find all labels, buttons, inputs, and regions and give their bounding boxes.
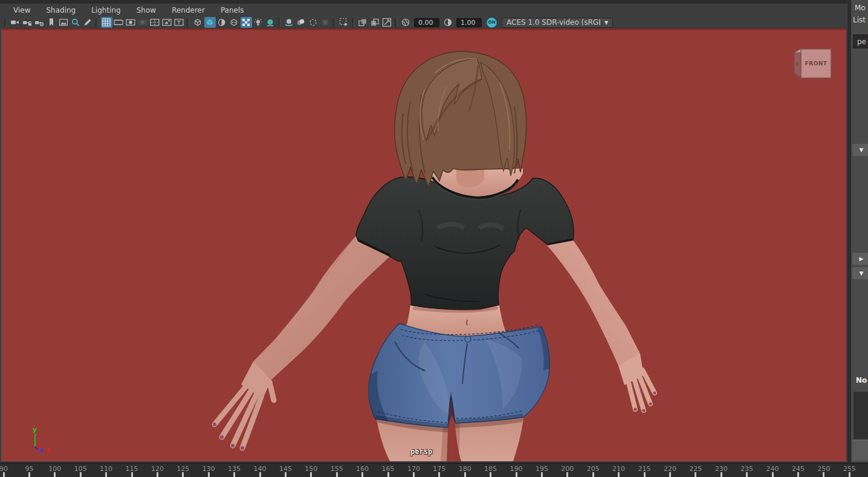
xray-joints-icon[interactable] xyxy=(381,17,393,28)
toolbar-separator xyxy=(395,18,398,27)
timeline-tick[interactable] xyxy=(105,472,107,477)
timeline-tick[interactable] xyxy=(361,472,363,477)
timeline-tick[interactable] xyxy=(310,472,312,477)
exposure-icon[interactable] xyxy=(400,17,412,28)
timeline-tick[interactable] xyxy=(80,472,82,477)
grid-icon[interactable] xyxy=(101,17,112,28)
menu-renderer[interactable]: Renderer xyxy=(166,5,211,16)
timeline-tick[interactable] xyxy=(490,472,491,477)
right-panel-bottom-box[interactable] xyxy=(852,440,868,461)
timeline-tick[interactable] xyxy=(464,472,466,477)
view-transform-select[interactable]: ACES 1.0 SDR-video (sRGB)▼ xyxy=(502,18,613,28)
timeline-tick[interactable] xyxy=(131,472,133,477)
timeline-frame-label: 160 xyxy=(356,465,369,473)
camera-icon[interactable] xyxy=(10,17,21,28)
timeline-tick[interactable] xyxy=(772,472,774,477)
xray-active-components-icon[interactable] xyxy=(369,17,381,28)
viewport-toolbar: 0.001.00ONACES 1.0 SDR-video (sRGB)▼ xyxy=(0,17,847,28)
isolate-select-icon[interactable] xyxy=(338,17,350,28)
panel-dropdown-button[interactable]: ▼ xyxy=(852,144,868,156)
timeline-tick[interactable] xyxy=(233,472,235,477)
timeline-tick[interactable] xyxy=(541,472,543,477)
timeline-tick[interactable] xyxy=(259,472,261,477)
timeline-tick[interactable] xyxy=(182,472,184,477)
timeline-tick[interactable] xyxy=(516,472,517,477)
timeline-tick[interactable] xyxy=(387,472,389,477)
menu-panels[interactable]: Panels xyxy=(215,5,250,16)
timeline-tick[interactable] xyxy=(823,472,824,477)
field-chart-icon[interactable] xyxy=(149,17,161,28)
safe-title-icon[interactable] xyxy=(173,17,185,28)
timeline-tick[interactable] xyxy=(208,472,210,477)
timeline-tick[interactable] xyxy=(54,472,56,477)
ssao-icon[interactable] xyxy=(283,17,295,28)
right-panel-tab[interactable]: pe xyxy=(853,34,868,48)
grease-pencil-icon[interactable] xyxy=(82,17,94,28)
timeline-frame-label: 95 xyxy=(25,465,33,473)
timeline-tick[interactable] xyxy=(285,472,287,477)
timeline-tick[interactable] xyxy=(336,472,338,477)
timeline-tick[interactable] xyxy=(157,472,158,477)
toolbar-separator xyxy=(352,18,355,27)
timeline-tick[interactable] xyxy=(849,472,850,477)
bookmark-icon[interactable] xyxy=(46,17,57,28)
textured-icon[interactable] xyxy=(228,17,240,28)
timeline-tick[interactable] xyxy=(566,472,568,477)
panel-collapse-button[interactable]: ▼ xyxy=(852,267,868,279)
timeline-tick[interactable] xyxy=(3,472,5,477)
timeline-tick[interactable] xyxy=(618,472,620,477)
timeline-tick[interactable] xyxy=(644,472,646,477)
wireframe-on-shaded-icon[interactable] xyxy=(216,17,228,28)
gamma-icon[interactable] xyxy=(442,17,454,28)
image-plane-icon[interactable] xyxy=(58,17,70,28)
timeline-frame-label: 165 xyxy=(382,465,395,473)
timeline-frame-label: 135 xyxy=(228,465,241,473)
camera-attributes-icon[interactable] xyxy=(34,17,45,28)
menu-show[interactable]: Show xyxy=(131,5,162,16)
timeline-tick[interactable] xyxy=(413,472,415,477)
resolution-gate-icon[interactable] xyxy=(125,17,137,28)
right-panel-list-box[interactable] xyxy=(853,392,868,439)
timeline-frame-label: 180 xyxy=(459,465,471,473)
smooth-shade-icon[interactable] xyxy=(204,17,216,28)
motion-blur-icon[interactable] xyxy=(296,17,307,28)
gate-mask-icon[interactable] xyxy=(137,17,149,28)
right-panel-menu-list[interactable]: List xyxy=(853,16,866,24)
timeline-tick[interactable] xyxy=(746,472,748,477)
xray-icon[interactable] xyxy=(357,17,369,28)
film-gate-icon[interactable] xyxy=(113,17,125,28)
timeline-tick[interactable] xyxy=(28,472,30,477)
timeline-frame-label: 100 xyxy=(48,465,61,473)
menu-lighting[interactable]: Lighting xyxy=(85,5,127,16)
timeline-frame-label: 170 xyxy=(407,465,420,473)
shorts xyxy=(369,323,549,427)
depth-of-field-icon[interactable] xyxy=(320,17,331,28)
shadows-icon[interactable] xyxy=(265,17,276,28)
menu-view[interactable]: View xyxy=(7,5,36,16)
default-lighting-icon[interactable] xyxy=(253,17,264,28)
timeline-tick[interactable] xyxy=(669,472,671,477)
timeline-frame-label: 120 xyxy=(151,465,164,473)
exposure-value-field[interactable]: 0.00 xyxy=(414,18,439,27)
time-slider[interactable]: 9095100105110115120125130135140145150155… xyxy=(0,462,868,477)
character-model[interactable] xyxy=(2,28,846,461)
timeline-frame-label: 235 xyxy=(740,465,753,473)
3d-viewport[interactable]: FRONT R y z x persp xyxy=(1,28,846,461)
pan-zoom-icon[interactable] xyxy=(70,17,82,28)
timeline-tick[interactable] xyxy=(797,472,799,477)
timeline-tick[interactable] xyxy=(695,472,696,477)
wireframe-icon[interactable] xyxy=(192,17,204,28)
hair xyxy=(395,51,526,187)
timeline-tick[interactable] xyxy=(438,472,440,477)
menu-shading[interactable]: Shading xyxy=(40,5,82,16)
timeline-tick[interactable] xyxy=(721,472,722,477)
timeline-tick[interactable] xyxy=(592,472,594,477)
view-cube[interactable]: FRONT R xyxy=(792,45,836,83)
color-management-toggle[interactable]: ON xyxy=(487,18,497,28)
anti-aliasing-icon[interactable] xyxy=(308,17,319,28)
panel-expand-button[interactable]: ▶ xyxy=(852,253,868,265)
camera-lock-icon[interactable] xyxy=(22,17,33,28)
gamma-value-field[interactable]: 1.00 xyxy=(456,18,482,27)
safe-action-icon[interactable] xyxy=(161,17,173,28)
checker-texture-icon[interactable] xyxy=(241,17,252,28)
